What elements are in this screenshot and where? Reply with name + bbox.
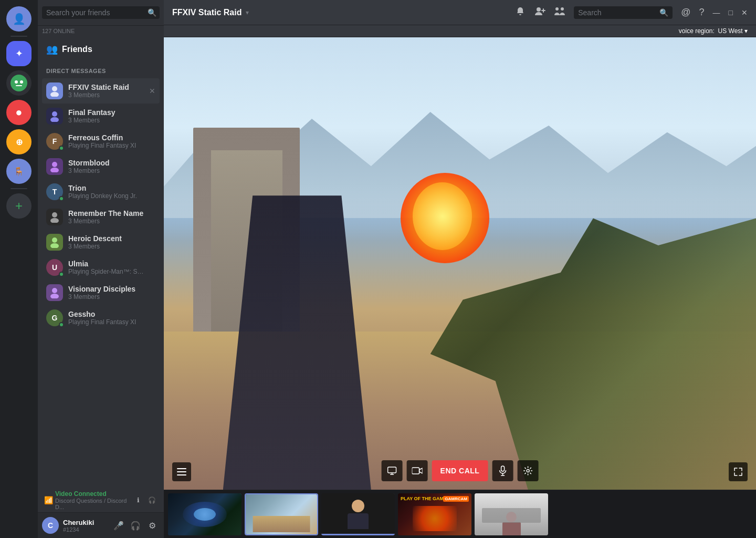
close-button[interactable]: ✕ (741, 8, 748, 17)
settings-call-button[interactable] (517, 460, 538, 481)
voice-region-bar: voice region: US West ▾ (164, 25, 756, 37)
dm-item-ffxiv-static-raid[interactable]: FFXIV Static Raid 3 Members ✕ (42, 78, 160, 104)
dm-item-trion[interactable]: T Trion Playing Donkey Kong Jr. ✕ (42, 179, 160, 204)
svg-rect-19 (177, 468, 186, 469)
dm-info-remember-the-name: Remember The Name 3 Members (68, 209, 144, 225)
dm-subtext-ferreous-coffin: Playing Final Fantasy XI (68, 142, 144, 149)
dm-subtext-trion: Playing Donkey Kong Jr. (68, 192, 144, 200)
dm-name-stormblood: Stormblood (68, 159, 144, 167)
dm-list: FFXIV Static Raid 3 Members ✕ Final Fant… (38, 76, 164, 485)
voice-region-value[interactable]: US West (718, 27, 743, 35)
server-icon-red[interactable]: ● (6, 100, 32, 125)
members-list-icon[interactable] (554, 6, 565, 19)
dm-avatar-trion: T (46, 183, 63, 200)
voice-headset-button[interactable]: 🎧 (146, 494, 158, 506)
thumbnail-5[interactable] (475, 493, 548, 535)
microphone-button[interactable]: 🎤 (111, 518, 126, 533)
user-name-tag: Cherukiki #1234 (63, 519, 107, 533)
friends-search-input[interactable] (42, 6, 160, 19)
add-server-button[interactable]: + (6, 193, 32, 219)
server-icon-ffxiv[interactable]: ✦ (6, 41, 32, 66)
svg-point-10 (52, 212, 57, 218)
dm-subtext-ffxiv-static-raid: 3 Members (68, 91, 144, 99)
thumbnail-2[interactable] (245, 493, 318, 535)
dm-avatar-heroic-descent (46, 234, 63, 251)
dm-name-ulmia: Ulmia (68, 260, 144, 268)
dm-subtext-gessho: Playing Final Fantasy XI (68, 318, 144, 326)
voice-connected-label: Video Connected (55, 490, 132, 498)
server-icon-overwatch[interactable]: ⊕ (6, 129, 32, 154)
status-online-dot (59, 146, 64, 151)
end-call-button[interactable]: END CALL (432, 460, 488, 481)
status-online-dot-gessho (59, 322, 64, 327)
dm-item-final-fantasy[interactable]: Final Fantasy 3 Members ✕ (42, 104, 160, 129)
share-screen-button[interactable] (382, 460, 403, 481)
dm-subtext-remember-the-name: 3 Members (68, 218, 144, 225)
server-icon-robot[interactable] (6, 70, 32, 96)
add-friend-icon[interactable] (534, 6, 545, 19)
dm-info-stormblood: Stormblood 3 Members (68, 159, 144, 174)
svg-point-11 (50, 218, 59, 223)
dm-name-ffxiv-static-raid: FFXIV Static Raid (68, 83, 144, 91)
dm-info-ulmia: Ulmia Playing Spider-Man™: Shattered Dim… (68, 260, 144, 275)
dm-subtext-final-fantasy: 3 Members (68, 117, 144, 124)
svg-point-4 (52, 86, 57, 91)
voice-info-section: 📶 Video Connected Discord Questions / Di… (38, 485, 164, 513)
headphone-button[interactable]: 🎧 (128, 518, 143, 533)
camera-button[interactable] (407, 460, 428, 481)
thumbnail-3[interactable] (321, 493, 395, 535)
main-video: END CALL (164, 37, 756, 490)
dm-name-visionary-disciples: Visionary Disciples (68, 285, 144, 293)
server-sidebar: 👤 ✦ ● ⊕ 🪑 + (0, 0, 38, 538)
server-dropdown-arrow[interactable]: ▾ (246, 9, 249, 16)
maximize-button[interactable]: □ (729, 8, 733, 17)
voice-info-button[interactable]: ℹ (132, 494, 144, 506)
dm-item-visionary-disciples[interactable]: Visionary Disciples 3 Members ✕ (42, 280, 160, 305)
dm-subtext-heroic-descent: 3 Members (68, 243, 144, 250)
dm-item-gessho[interactable]: G Gessho Playing Final Fantasy XI ✕ (42, 305, 160, 330)
svg-point-14 (52, 288, 57, 293)
settings-button[interactable]: ⚙ (145, 518, 160, 533)
help-icon[interactable]: ? (699, 7, 705, 18)
user-discriminator: #1234 (63, 526, 107, 533)
friends-header[interactable]: 👥 Friends (38, 35, 164, 59)
dm-avatar-stormblood (46, 158, 63, 175)
dm-name-heroic-descent: Heroic Descent (68, 234, 144, 243)
sidebar-toggle-button[interactable] (172, 462, 191, 481)
svg-point-24 (527, 470, 529, 472)
voice-region-dropdown[interactable]: ▾ (744, 27, 748, 35)
user-avatar-letter: C (48, 521, 53, 530)
dm-name-ferreous-coffin: Ferreous Coffin (68, 133, 144, 142)
friends-search-container: 🔍 (38, 0, 164, 26)
dm-item-remember-the-name[interactable]: Remember The Name 3 Members ✕ (42, 204, 160, 230)
voice-channel-path: Discord Questions / Discord D... (55, 498, 132, 510)
topbar-search-input[interactable] (578, 8, 657, 17)
user-home-button[interactable]: 👤 (6, 6, 32, 32)
thumbnail-4[interactable]: PLAY OF THE GAME GAMRCAM (398, 493, 471, 535)
at-icon[interactable]: @ (681, 7, 690, 18)
thumbnail-1[interactable] (168, 493, 242, 535)
server-list-divider (10, 36, 27, 37)
fullscreen-button[interactable] (729, 462, 748, 481)
mute-button[interactable] (492, 460, 513, 481)
dm-avatar-final-fantasy (46, 108, 63, 125)
online-count: 127 ONLINE (38, 26, 164, 35)
dm-avatar-ferreous-coffin: F (46, 133, 63, 150)
friends-search-icon: 🔍 (148, 8, 156, 17)
dm-close-ffxiv-static-raid[interactable]: ✕ (149, 87, 155, 95)
dm-item-stormblood[interactable]: Stormblood 3 Members ✕ (42, 154, 160, 179)
server-list-divider-2 (10, 188, 27, 189)
dm-item-ulmia[interactable]: U Ulmia Playing Spider-Man™: Shattered D… (42, 255, 160, 280)
notification-bell-icon[interactable] (515, 6, 526, 19)
user-status-bar: C Cherukiki #1234 🎤 🎧 ⚙ (38, 513, 164, 538)
dm-avatar-visionary-disciples (46, 284, 63, 301)
minimize-button[interactable]: — (713, 8, 720, 17)
server-title: FFXIV Static Raid (172, 8, 242, 17)
video-area: END CALL (164, 37, 756, 538)
dm-item-heroic-descent[interactable]: Heroic Descent 3 Members ✕ (42, 230, 160, 255)
status-online-dot-ulmia (59, 272, 64, 277)
dm-avatar-remember-the-name (46, 209, 63, 225)
server-icon-chair[interactable]: 🪑 (6, 159, 32, 184)
svg-point-8 (52, 162, 57, 167)
dm-item-ferreous-coffin[interactable]: F Ferreous Coffin Playing Final Fantasy … (42, 129, 160, 154)
